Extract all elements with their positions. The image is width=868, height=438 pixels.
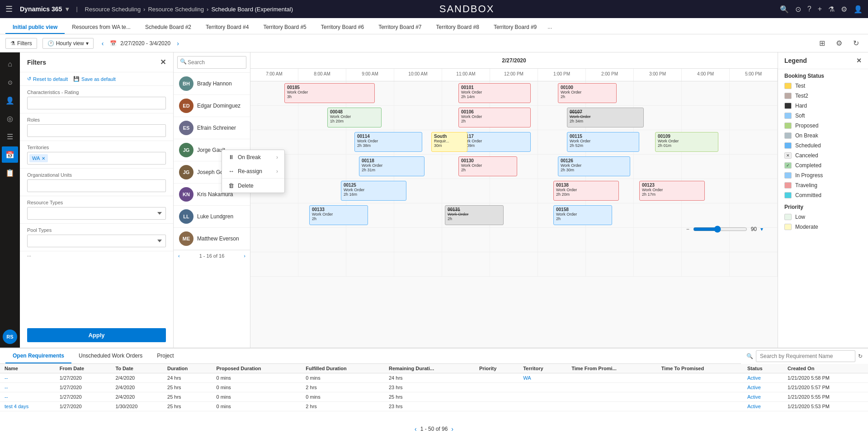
board-cell[interactable]	[682, 81, 730, 105]
board-cell[interactable]	[490, 252, 538, 276]
nav-list[interactable]: ☰	[2, 128, 18, 145]
bottom-search-icon[interactable]: 🔍	[746, 353, 753, 359]
board-cell[interactable]	[730, 130, 778, 154]
hamburger-icon[interactable]: ☰	[5, 4, 13, 14]
board-cell[interactable]	[442, 252, 490, 276]
board-cell[interactable]	[250, 228, 298, 252]
work-order-block[interactable]: 00101Work Order2h 14m	[458, 83, 531, 103]
pool-types-select[interactable]	[27, 235, 166, 247]
board-cell[interactable]	[730, 106, 778, 130]
bottom-tab-2[interactable]: Project	[150, 349, 181, 363]
board-cell[interactable]	[586, 228, 634, 252]
apply-button[interactable]: Apply	[27, 328, 166, 342]
board-cell[interactable]	[634, 252, 682, 276]
next-page-arrow[interactable]: ›	[451, 425, 453, 433]
context-menu-on-break[interactable]: ⏸ On Break ›	[250, 150, 284, 164]
board-cell[interactable]	[634, 228, 682, 252]
board-cell[interactable]	[442, 179, 490, 203]
plus-icon[interactable]: +	[818, 5, 822, 13]
work-order-block[interactable]: 00131Work Order2h	[445, 205, 504, 225]
work-order-block[interactable]: 00158Work Order2h	[553, 205, 612, 225]
board-view-icon[interactable]: ⊞	[816, 37, 829, 49]
nav-notes[interactable]: 📋	[2, 165, 18, 181]
board-cell[interactable]	[634, 203, 682, 227]
board-cell[interactable]	[394, 106, 442, 130]
reset-to-default-button[interactable]: ↺ Reset to default	[27, 76, 68, 82]
nav-people[interactable]: 👤	[2, 92, 18, 108]
work-order-block[interactable]: 00123Work Order2h 17m	[639, 181, 705, 201]
work-order-block[interactable]: 00100Work Order2h	[558, 83, 617, 103]
status-link[interactable]: Active	[747, 394, 761, 400]
board-cell[interactable]	[298, 155, 346, 179]
settings-board-icon[interactable]: ⚙	[832, 37, 846, 49]
work-order-block[interactable]: 00130Work Order2h	[458, 156, 517, 176]
resource-item-7[interactable]: MEMatthew Everson	[174, 228, 250, 250]
context-menu-delete[interactable]: 🗑 Delete	[250, 179, 284, 193]
user-badge[interactable]: RS	[3, 330, 17, 344]
tab-more[interactable]: ···	[544, 22, 556, 34]
status-link[interactable]: Active	[747, 404, 761, 409]
refresh-requirements-icon[interactable]: ↻	[858, 353, 863, 359]
resource-item-2[interactable]: ESEfrain Schreiner	[174, 117, 250, 139]
work-order-block[interactable]: 00138Work Order2h 20m	[553, 181, 619, 201]
board-cell[interactable]	[394, 228, 442, 252]
board-cell[interactable]	[298, 130, 346, 154]
context-menu-reassign[interactable]: ↔ Re-assign ›	[250, 164, 284, 178]
board-cell[interactable]	[346, 252, 394, 276]
work-order-block[interactable]: 00106Work Order2h	[458, 108, 531, 127]
tab-territory-8[interactable]: Territory Board #8	[429, 21, 486, 34]
roles-input[interactable]	[27, 124, 166, 137]
search-icon[interactable]: 🔍	[780, 5, 789, 14]
board-cell[interactable]	[394, 81, 442, 105]
prev-date-arrow[interactable]: ‹	[99, 39, 107, 48]
row-name-link[interactable]: --	[5, 375, 8, 381]
tab-territory-5[interactable]: Territory Board #5	[256, 21, 313, 34]
board-cell[interactable]	[250, 203, 298, 227]
work-order-block[interactable]: 00115Work Order2h 52m	[567, 132, 639, 152]
work-order-block[interactable]: 00125Work Order2h 16m	[341, 181, 406, 201]
row-name-link[interactable]: --	[5, 385, 8, 390]
user-icon[interactable]: 👤	[854, 5, 863, 14]
board-cell[interactable]	[538, 228, 586, 252]
board-cell[interactable]	[682, 155, 730, 179]
next-date-arrow[interactable]: ›	[174, 39, 182, 48]
board-cell[interactable]	[730, 81, 778, 105]
board-cell[interactable]	[730, 203, 778, 227]
filter-icon[interactable]: ⚗	[828, 5, 835, 14]
south-requirement-block[interactable]: SouthRequir...30m	[431, 132, 467, 152]
board-cell[interactable]	[250, 106, 298, 130]
board-cell[interactable]	[394, 203, 442, 227]
help-icon[interactable]: ?	[807, 5, 811, 13]
resource-item-6[interactable]: LLLuke Lundgren	[174, 206, 250, 228]
save-as-default-button[interactable]: 💾 Save as default	[73, 76, 116, 82]
board-cell[interactable]	[634, 81, 682, 105]
board-cell[interactable]	[730, 155, 778, 179]
tab-initial-public-view[interactable]: Initial public view	[5, 21, 65, 34]
tab-schedule-board-2[interactable]: Schedule Board #2	[138, 21, 198, 34]
gear-icon[interactable]: ⚙	[841, 5, 847, 14]
board-cell[interactable]	[730, 179, 778, 203]
board-cell[interactable]	[298, 179, 346, 203]
resource-item-1[interactable]: EDEdgar Dominguez	[174, 95, 250, 117]
zoom-down-icon[interactable]: −	[686, 226, 689, 232]
board-cell[interactable]	[250, 252, 298, 276]
org-units-input[interactable]	[27, 179, 166, 192]
filters-close-icon[interactable]: ✕	[160, 58, 166, 66]
board-cell[interactable]	[346, 228, 394, 252]
prev-resource-icon[interactable]: ‹	[178, 253, 180, 259]
board-cell[interactable]	[730, 252, 778, 276]
board-cell[interactable]	[394, 252, 442, 276]
zoom-slider[interactable]	[693, 226, 747, 233]
board-cell[interactable]	[682, 203, 730, 227]
board-cell[interactable]	[442, 228, 490, 252]
nav-home[interactable]: ⌂	[2, 56, 18, 72]
prev-page-arrow[interactable]: ‹	[415, 425, 417, 433]
board-cell[interactable]	[298, 228, 346, 252]
characteristics-input[interactable]	[27, 97, 166, 109]
work-order-block[interactable]: 00185Work Order3h	[284, 83, 375, 103]
nav-calendar[interactable]: 📅	[2, 146, 18, 163]
tab-territory-7[interactable]: Territory Board #7	[371, 21, 429, 34]
nav-recent[interactable]: ⊙	[2, 74, 18, 90]
work-order-block[interactable]: 00118Work Order2h 31m	[359, 156, 425, 176]
tab-territory-4[interactable]: Territory Board #4	[198, 21, 256, 34]
